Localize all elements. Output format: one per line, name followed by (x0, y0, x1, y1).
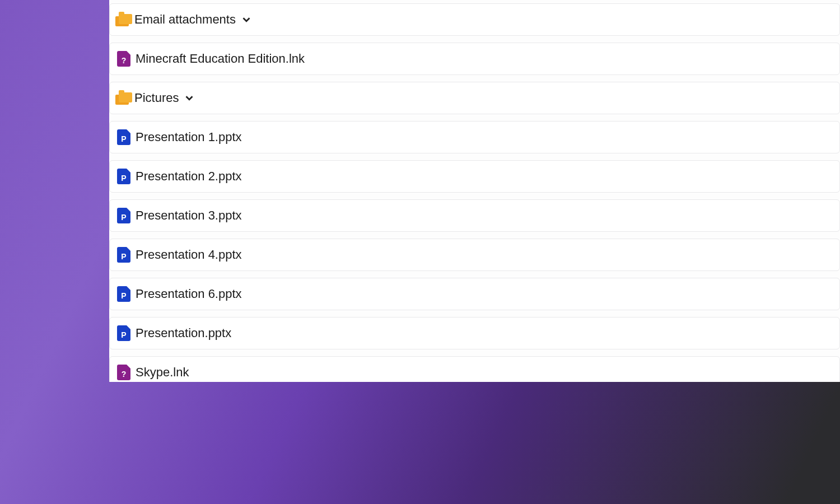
chevron-down-icon (183, 92, 195, 104)
file-row[interactable]: ? Minecraft Education Edition.lnk (109, 43, 840, 75)
file-pptx-icon: P (115, 129, 132, 145)
folder-icon (115, 12, 132, 27)
file-pptx-icon: P (115, 325, 132, 341)
file-row[interactable]: P Presentation 1.pptx (109, 121, 840, 153)
file-unknown-icon: ? (115, 51, 132, 67)
file-row[interactable]: P Presentation 6.pptx (109, 278, 840, 310)
folder-icon (115, 90, 132, 106)
folder-row-pictures[interactable]: Pictures (109, 82, 840, 114)
file-pptx-icon: P (115, 169, 132, 184)
file-name: Minecraft Education Edition.lnk (136, 52, 305, 66)
folder-row-email-attachments[interactable]: Email attachments (109, 3, 840, 36)
folder-name: Pictures (134, 91, 179, 105)
folder-name: Email attachments (134, 12, 236, 27)
file-pptx-icon: P (115, 286, 132, 302)
file-row[interactable]: P Presentation 3.pptx (109, 199, 840, 232)
file-row[interactable]: P Presentation.pptx (109, 317, 840, 349)
file-name: Presentation 6.pptx (136, 287, 242, 301)
chevron-down-icon (240, 13, 253, 26)
file-name: Presentation 2.pptx (136, 169, 242, 184)
file-name: Presentation 4.pptx (136, 248, 242, 262)
file-row[interactable]: P Presentation 2.pptx (109, 160, 840, 193)
file-row[interactable]: ? Skype.lnk (109, 356, 840, 382)
file-name: Presentation 3.pptx (136, 208, 242, 223)
file-row[interactable]: P Presentation 4.pptx (109, 239, 840, 271)
file-pptx-icon: P (115, 208, 132, 223)
file-name: Presentation 1.pptx (136, 130, 242, 144)
file-name: Skype.lnk (136, 365, 189, 380)
file-pptx-icon: P (115, 247, 132, 263)
file-list-panel: Email attachments ? Minecraft Education … (109, 0, 840, 382)
file-name: Presentation.pptx (136, 326, 231, 340)
file-unknown-icon: ? (115, 365, 132, 380)
